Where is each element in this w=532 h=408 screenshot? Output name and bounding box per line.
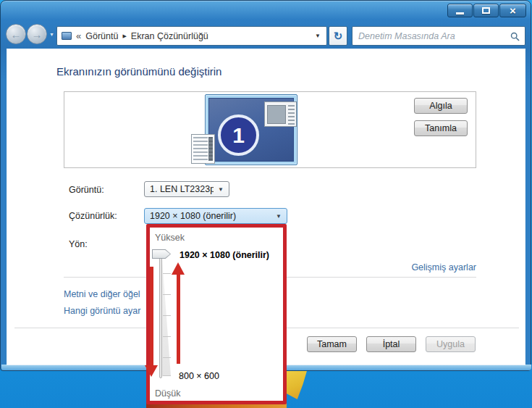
- breadcrumb-separator-icon: ▶: [122, 33, 126, 39]
- annotation-red-rectangle: [146, 224, 287, 404]
- page-title: Ekranınızın görünümünü değiştirin: [56, 65, 221, 78]
- search-icon: [510, 32, 520, 41]
- cancel-button[interactable]: İptal: [366, 336, 416, 352]
- forward-button[interactable]: →: [27, 24, 47, 44]
- annotation-down-arrow: [150, 267, 153, 366]
- annotation-down-arrowhead-icon: [145, 365, 158, 377]
- close-icon: ×: [510, 5, 516, 16]
- breadcrumb-item-ekran-cozunurlugu[interactable]: Ekran Çözünürlüğü: [131, 31, 208, 41]
- which-display-link[interactable]: Hangi görüntü ayar: [64, 306, 140, 316]
- search-input[interactable]: [358, 31, 507, 41]
- display-dropdown[interactable]: 1. LEN LT2323pwA ▼: [144, 181, 229, 197]
- display-monitor-icon: [62, 32, 72, 40]
- chevron-down-icon: ▼: [276, 213, 282, 220]
- address-bar[interactable]: « Görüntü ▶ Ekran Çözünürlüğü ▼: [56, 26, 327, 46]
- refresh-icon: ↻: [334, 30, 343, 43]
- thumbnail-lines: [288, 105, 295, 125]
- resolution-label: Çözünürlük:: [69, 211, 117, 221]
- breadcrumb-item-goruntu[interactable]: Görüntü: [85, 31, 118, 41]
- maximize-button[interactable]: [473, 4, 499, 17]
- monitor-number-badge: 1: [218, 115, 259, 156]
- history-dropdown-icon[interactable]: ▼: [49, 32, 54, 37]
- chevron-down-icon: ▼: [218, 186, 224, 193]
- maximize-icon: [482, 7, 490, 14]
- identify-button[interactable]: Tanımla: [414, 120, 468, 136]
- thumbnail-content: [267, 105, 286, 124]
- list-window-thumbnail-icon: [191, 134, 215, 164]
- thumbnail-list-lines: [193, 137, 208, 161]
- back-arrow-icon: ←: [11, 28, 22, 41]
- refresh-button[interactable]: ↻: [329, 26, 347, 46]
- advanced-settings-link[interactable]: Gelişmiş ayarlar: [411, 262, 476, 272]
- text-size-link[interactable]: Metni ve diğer öğel: [64, 289, 140, 299]
- orientation-label: Yön:: [69, 239, 88, 249]
- minimize-button[interactable]: [447, 4, 473, 17]
- annotation-up-arrowhead-icon: [172, 262, 185, 275]
- ok-button[interactable]: Tamam: [307, 336, 357, 352]
- close-button[interactable]: ×: [499, 4, 526, 17]
- resolution-dropdown-value: 1920 × 1080 (önerilir): [150, 211, 271, 221]
- thumbnail-list-column: [208, 137, 213, 161]
- breadcrumb-overflow-chevrons[interactable]: «: [76, 30, 81, 41]
- detect-button[interactable]: Algıla: [414, 98, 468, 114]
- search-box[interactable]: [352, 26, 525, 46]
- resolution-dropdown[interactable]: 1920 × 1080 (önerilir) ▼: [144, 208, 287, 224]
- annotation-up-arrow: [177, 274, 180, 364]
- minimize-icon: [456, 12, 464, 14]
- monitor-1-preview[interactable]: 1: [205, 94, 297, 165]
- forward-arrow-icon: →: [32, 28, 43, 41]
- display-dropdown-value: 1. LEN LT2323pwA: [150, 184, 214, 194]
- address-dropdown-icon[interactable]: ▼: [315, 33, 322, 39]
- display-label: Görüntü:: [69, 185, 104, 195]
- back-button[interactable]: ←: [6, 24, 26, 44]
- apply-button-disabled[interactable]: Uygula: [426, 336, 476, 352]
- window-thumbnail-icon: [264, 101, 297, 127]
